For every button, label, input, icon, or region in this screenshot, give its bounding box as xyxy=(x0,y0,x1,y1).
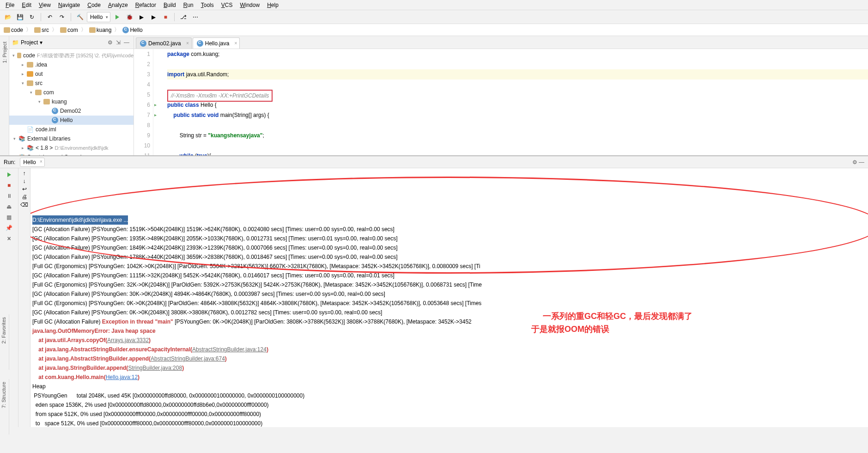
wrap-icon[interactable]: ↩ xyxy=(22,186,27,192)
editor-area: Demo02.java×Hello.java× 123456▸7▸8910111… xyxy=(134,36,868,155)
save-icon[interactable]: 💾 xyxy=(15,12,25,22)
refresh-icon[interactable]: ↻ xyxy=(27,12,37,22)
close-icon[interactable]: × xyxy=(235,41,237,46)
code-line-11[interactable]: while (true){ xyxy=(167,151,868,155)
tree-node-< 1.8 >[interactable]: ▸📚< 1.8 > D:\Environment\jdk8\jdk xyxy=(9,143,134,153)
menu-view[interactable]: View xyxy=(35,1,55,9)
run-config-select[interactable]: Hello xyxy=(87,12,110,22)
tree-node-Hello[interactable]: Hello xyxy=(9,116,134,125)
tree-node-.idea[interactable]: ▸.idea xyxy=(9,60,134,69)
close-icon[interactable]: × xyxy=(186,41,189,46)
breadcrumb-kuang[interactable]: kuang xyxy=(89,27,112,33)
tree-node-kuang[interactable]: ▾kuang xyxy=(9,97,134,106)
debug-icon[interactable]: 🐞 xyxy=(124,12,134,22)
run-config-label: Hello xyxy=(90,14,103,20)
menu-analyze[interactable]: Analyze xyxy=(104,1,132,9)
menu-tools[interactable]: Tools xyxy=(197,1,218,9)
menu-refactor[interactable]: Refactor xyxy=(132,1,160,9)
menu-navigate[interactable]: Navigate xyxy=(55,1,84,9)
project-side-tab[interactable]: 1: Project xyxy=(2,39,7,66)
class-icon xyxy=(122,27,129,33)
console-line: [GC (Allocation Failure) [PSYoungGen: 17… xyxy=(32,252,866,262)
structure-side-tab[interactable]: 7: Structure xyxy=(0,379,7,411)
editor-tab-Hello.java[interactable]: Hello.java× xyxy=(193,37,240,49)
profile-icon[interactable]: ▶ xyxy=(148,12,158,22)
tree-node-com[interactable]: ▾com xyxy=(9,88,134,97)
stop2-icon[interactable]: ■ xyxy=(5,181,14,190)
run-tab[interactable]: Hello× xyxy=(20,158,44,167)
undo-icon[interactable]: ↶ xyxy=(45,12,55,22)
folder-icon xyxy=(60,27,67,33)
breadcrumb-src[interactable]: src xyxy=(34,27,49,33)
print-icon[interactable]: 🖨 xyxy=(22,194,27,200)
annotation-2: 于是就报OOM的错误 xyxy=(531,324,609,334)
exit-icon[interactable]: ⏏ xyxy=(5,202,14,211)
console-line: at com.kuang.Hello.main(Hello.java:12) xyxy=(32,373,866,382)
code-line-10[interactable] xyxy=(167,141,868,151)
code-line-3[interactable]: import java.util.Random; xyxy=(167,69,868,80)
rerun-icon[interactable] xyxy=(5,170,14,179)
tree-node-Scratches and Consoles[interactable]: ▸📋Scratches and Consoles xyxy=(9,153,134,155)
clear-icon[interactable]: ⌫ xyxy=(20,202,28,208)
project-tree[interactable]: ▾code F:\班级管理\西开 [19525] \2. 代码\jvm\code… xyxy=(9,49,134,155)
code-line-8[interactable] xyxy=(167,120,868,130)
breadcrumb-code[interactable]: code xyxy=(4,27,23,33)
tree-node-code.iml[interactable]: 📄code.iml xyxy=(9,125,134,134)
menu-build[interactable]: Build xyxy=(160,1,180,9)
console-line: [Full GC (Ergonomics) [PSYoungGen: 32K->… xyxy=(32,280,866,289)
tree-node-Demo02[interactable]: Demo02 xyxy=(9,106,134,116)
menu-help[interactable]: Help xyxy=(263,1,282,9)
menu-run[interactable]: Run xyxy=(180,1,197,9)
menu-code[interactable]: Code xyxy=(84,1,104,9)
console-line: [Full GC (Allocation Failure) Exception … xyxy=(32,317,866,326)
build-icon[interactable]: 🔨 xyxy=(75,12,85,22)
console-line: Heap xyxy=(32,382,866,391)
toolbar: 📂 💾 ↻ ↶ ↷ 🔨 Hello 🐞 ▶ ▶ ■ ⎇ ⋯ xyxy=(0,10,868,24)
vcs-icon[interactable]: ⎇ xyxy=(178,12,188,22)
pin-icon[interactable]: 📌 xyxy=(5,223,14,233)
settings-icon[interactable]: ⚙ xyxy=(106,38,114,47)
console-line: at java.lang.AbstractStringBuilder.ensur… xyxy=(32,345,866,354)
code-line-2[interactable] xyxy=(167,59,868,69)
layout-icon[interactable]: ▦ xyxy=(5,213,14,222)
run-icon[interactable] xyxy=(112,12,122,22)
stop-icon[interactable]: ■ xyxy=(160,12,170,22)
code-line-1[interactable]: package com.kuang; xyxy=(167,49,868,59)
gear-icon[interactable]: ⚙ — xyxy=(852,159,864,165)
menu-file[interactable]: File xyxy=(2,1,18,9)
code-view[interactable]: 123456▸7▸89101112 package com.kuang;impo… xyxy=(134,49,868,155)
console-line: [GC (Allocation Failure) [PSYoungGen: 15… xyxy=(32,225,866,234)
breadcrumb-Hello[interactable]: Hello xyxy=(122,27,142,33)
file-icon: 📄 xyxy=(27,126,34,133)
menu-edit[interactable]: Edit xyxy=(18,1,35,9)
breadcrumb-com[interactable]: com xyxy=(60,27,78,33)
close-icon[interactable]: × xyxy=(40,159,42,164)
code-line-9[interactable]: String str = "kuangshensayjava"; xyxy=(167,130,868,141)
open-icon[interactable]: 📂 xyxy=(3,12,13,22)
console-line: [GC (Allocation Failure) [PSYoungGen: 19… xyxy=(32,234,866,243)
redo-icon[interactable]: ↷ xyxy=(57,12,67,22)
console-line: [GC (Allocation Failure) [PSYoungGen: 30… xyxy=(32,289,866,299)
close-run-icon[interactable]: × xyxy=(5,234,14,243)
tree-node-External Libraries[interactable]: ▾📚External Libraries xyxy=(9,134,134,143)
code-line-7[interactable]: public static void main(String[] args) { xyxy=(167,110,868,120)
tree-node-out[interactable]: ▸out xyxy=(9,69,134,79)
console-output[interactable]: 一系列的重GC和轻GC，最后发现都满了 于是就报OOM的错误 D:\Enviro… xyxy=(30,168,868,427)
annotation-1: 一系列的重GC和轻GC，最后发现都满了 xyxy=(543,312,692,321)
tree-node-code[interactable]: ▾code F:\班级管理\西开 [19525] \2. 代码\jvm\code xyxy=(9,51,134,60)
up-icon[interactable]: ↑ xyxy=(23,170,26,177)
coverage-icon[interactable]: ▶ xyxy=(136,12,146,22)
code-line-4[interactable] xyxy=(167,80,868,90)
more-icon[interactable]: ⋯ xyxy=(190,12,200,22)
menu-window[interactable]: Window xyxy=(236,1,263,9)
code-line-5[interactable]: //-Xms8m -Xmx8m -XX:+PrintGCDetails xyxy=(167,90,868,100)
editor-tab-Demo02.java[interactable]: Demo02.java× xyxy=(136,37,192,49)
pause-icon[interactable]: ⏸ xyxy=(5,191,14,201)
menu-vcs[interactable]: VCS xyxy=(218,1,237,9)
down-icon[interactable]: ↓ xyxy=(23,178,26,184)
collapse-icon[interactable]: ⇲ xyxy=(114,38,122,47)
console-line: PSYoungGen total 2048K, used 45K [0x0000… xyxy=(32,391,866,400)
favorites-side-tab[interactable]: 2: Favorites xyxy=(0,314,7,346)
hide-icon[interactable]: — xyxy=(122,38,131,47)
tree-node-src[interactable]: ▾src xyxy=(9,79,134,88)
